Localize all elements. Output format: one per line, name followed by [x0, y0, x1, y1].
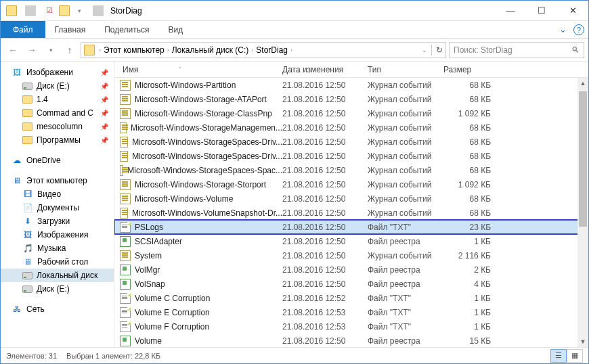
details-view-button[interactable]: ☰: [550, 349, 567, 363]
breadcrumb-segment[interactable]: Этот компьютер: [102, 45, 166, 55]
sidebar-item-quickaccess[interactable]: 🖼 Изображени 📌: [1, 66, 114, 79]
file-name: Microsoft-Windows-StorageSpaces-Spac...: [127, 166, 282, 175]
txt-file-icon: [120, 222, 131, 233]
chevron-right-icon[interactable]: ›: [290, 47, 292, 53]
maximize-button[interactable]: ☐: [526, 1, 557, 21]
sidebar-item[interactable]: 1.4📌: [1, 93, 114, 106]
ribbon-right: ⌄ ?: [559, 24, 584, 35]
sidebar-item-onedrive[interactable]: ☁ OneDrive: [1, 154, 114, 167]
sidebar-item[interactable]: Диск (E:)📌: [1, 79, 114, 93]
file-size: 23 КБ: [443, 223, 503, 232]
sidebar-item[interactable]: 📄Документы: [1, 201, 114, 214]
file-date: 21.08.2016 12:50: [282, 137, 368, 147]
back-button[interactable]: ←: [5, 42, 21, 58]
evt-file-icon: [120, 250, 131, 261]
qat-dropdown-icon[interactable]: ▾: [74, 5, 85, 16]
help-icon[interactable]: ?: [573, 24, 584, 35]
table-row[interactable]: Microsoft-Windows-Storage-Storport 21.08…: [114, 177, 588, 191]
column-header-type[interactable]: Тип: [368, 65, 443, 74]
minimize-button[interactable]: —: [495, 1, 526, 21]
forward-button[interactable]: →: [24, 42, 40, 58]
breadcrumb-segment[interactable]: StorDiag: [255, 45, 289, 55]
refresh-button[interactable]: ↻: [436, 45, 443, 55]
library-icon: 🎵: [22, 243, 33, 254]
column-header-name[interactable]: Имя ˄: [114, 65, 282, 74]
sidebar-item[interactable]: Commad and C📌: [1, 106, 114, 120]
tab-share[interactable]: Поделиться: [95, 22, 158, 37]
chevron-right-icon[interactable]: ›: [251, 47, 253, 53]
up-button[interactable]: ↑: [62, 42, 78, 58]
recent-dropdown[interactable]: ▾: [43, 42, 59, 58]
file-size: 68 КБ: [443, 137, 503, 147]
table-row[interactable]: Microsoft-Windows-Volume 21.08.2016 12:5…: [114, 191, 588, 206]
sidebar-item[interactable]: 🎵Музыка: [1, 242, 114, 255]
navbar: ← → ▾ ↑ › Этот компьютер › Локальный дис…: [1, 39, 588, 62]
evt-file-icon: [120, 208, 128, 219]
folder-icon: [22, 95, 32, 104]
evt-file-icon: [120, 194, 131, 204]
sidebar-item[interactable]: 🖼Изображения: [1, 228, 114, 242]
table-row[interactable]: Microsoft-Windows-StorageSpaces-Driv... …: [114, 149, 588, 163]
table-row[interactable]: Microsoft-Windows-StorageSpaces-Spac... …: [114, 163, 588, 177]
file-name: System: [135, 251, 162, 260]
close-button[interactable]: ✕: [557, 1, 588, 21]
sidebar-item-label: Документы: [37, 203, 79, 212]
file-size: 1 КБ: [443, 308, 503, 317]
file-tab[interactable]: Файл: [1, 21, 45, 38]
search-input[interactable]: Поиск: StorDiag 🔍︎: [449, 42, 584, 58]
column-header-size[interactable]: Размер: [443, 65, 503, 74]
table-row[interactable]: Volume E Corruption 21.08.2016 12:53 Фай…: [114, 305, 588, 319]
sidebar-item[interactable]: 🖥Рабочий стол: [1, 255, 114, 269]
file-size: 68 КБ: [443, 166, 503, 175]
table-row[interactable]: SCSIAdapter 21.08.2016 12:50 Файл реестр…: [114, 234, 588, 248]
table-row[interactable]: System 21.08.2016 12:50 Журнал событий 2…: [114, 248, 588, 263]
chevron-right-icon[interactable]: ›: [99, 47, 101, 53]
table-row[interactable]: Volume F Corruption 21.08.2016 12:53 Фай…: [114, 319, 588, 334]
file-date: 21.08.2016 12:50: [282, 265, 368, 275]
table-row[interactable]: VolMgr 21.08.2016 12:50 Файл реестра 2 К…: [114, 263, 588, 277]
file-type: Журнал событий: [368, 194, 443, 204]
address-dropdown-icon[interactable]: ⌄: [422, 47, 427, 53]
address-bar[interactable]: › Этот компьютер › Локальный диск (C:) ›…: [81, 42, 446, 58]
sidebar-item[interactable]: Диск (E:): [1, 282, 114, 296]
table-row[interactable]: Volume 21.08.2016 12:50 Файл реестра 15 …: [114, 334, 588, 347]
file-date: 21.08.2016 12:50: [282, 180, 368, 189]
table-row[interactable]: Volume C Corruption 21.08.2016 12:52 Фай…: [114, 291, 588, 305]
sidebar-item-network[interactable]: 🖧 Сеть: [1, 302, 114, 316]
tab-view[interactable]: Вид: [158, 22, 192, 37]
breadcrumb-segment[interactable]: Локальный диск (C:): [171, 45, 250, 55]
file-date: 21.08.2016 12:50: [282, 223, 368, 232]
file-date: 21.08.2016 12:50: [282, 279, 368, 289]
file-size: 68 КБ: [443, 123, 503, 133]
scroll-up-icon[interactable]: ▲: [577, 78, 588, 89]
table-row[interactable]: Microsoft-Windows-StorageSpaces-Driv... …: [114, 135, 588, 149]
chevron-right-icon[interactable]: ›: [167, 47, 169, 53]
table-row[interactable]: PSLogs 21.08.2016 12:50 Файл "TXT" 23 КБ: [114, 220, 588, 234]
table-row[interactable]: Microsoft-Windows-StorageManagemen... 21…: [114, 120, 588, 135]
sidebar-item[interactable]: Локальный диск: [1, 269, 114, 282]
file-date: 21.08.2016 12:50: [282, 81, 368, 90]
file-type: Журнал событий: [368, 152, 443, 161]
table-row[interactable]: Microsoft-Windows-Partition 21.08.2016 1…: [114, 78, 588, 92]
table-row[interactable]: Microsoft-Windows-VolumeSnapshot-Dr... 2…: [114, 206, 588, 220]
column-headers: Имя ˄ Дата изменения Тип Размер: [114, 62, 588, 78]
chevron-down-icon[interactable]: ⌄: [559, 24, 567, 35]
sort-indicator-icon: ˄: [179, 66, 181, 72]
table-row[interactable]: Microsoft-Windows-Storage-ClassPnp 21.08…: [114, 106, 588, 120]
sidebar-item[interactable]: ⬇Загрузки: [1, 214, 114, 228]
table-row[interactable]: Microsoft-Windows-Storage-ATAPort 21.08.…: [114, 92, 588, 106]
icons-view-button[interactable]: ▦: [567, 349, 583, 363]
file-name: Microsoft-Windows-Storage-Storport: [135, 180, 266, 189]
sidebar-item[interactable]: Программы📌: [1, 133, 114, 147]
scroll-down-icon[interactable]: ▼: [577, 336, 588, 347]
scrollbar[interactable]: ▲ ▼: [577, 78, 588, 347]
properties-icon[interactable]: ☑: [44, 5, 55, 16]
sidebar-item[interactable]: mesocolumn📌: [1, 120, 114, 133]
sidebar-item-thispc[interactable]: 🖥 Этот компьютер: [1, 174, 114, 187]
scrollbar-thumb[interactable]: [579, 91, 587, 227]
table-row[interactable]: VolSnap 21.08.2016 12:50 Файл реестра 4 …: [114, 277, 588, 291]
folder-icon: [22, 109, 32, 117]
column-header-date[interactable]: Дата изменения: [282, 65, 368, 74]
tab-home[interactable]: Главная: [45, 22, 95, 37]
sidebar-item[interactable]: 🎞Видео: [1, 187, 114, 201]
